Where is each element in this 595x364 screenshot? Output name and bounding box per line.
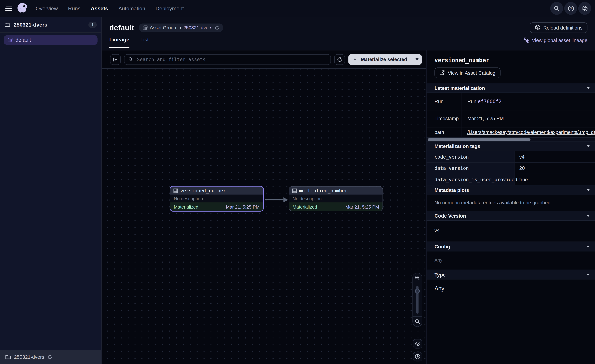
tab-list[interactable]: List [140,36,149,47]
materialization-tags-table: code_version v4 data_version 20 data_ver… [426,151,595,185]
table-row: data_version_is_user_provided true [426,174,595,185]
nav-item-overview[interactable]: Overview [36,5,58,11]
section-code-version[interactable]: Code Version [426,211,595,221]
gear-icon [581,5,588,12]
tag-key: data_version [426,162,515,174]
nav-item-runs[interactable]: Runs [68,5,80,11]
lineage-canvas[interactable]: versioned_number No description Material… [102,69,426,364]
nav-item-assets[interactable]: Assets [91,5,108,11]
tag-key: data_version_is_user_provided [426,174,515,185]
asset-search-box[interactable] [124,54,331,65]
view-global-asset-lineage-link[interactable]: View global asset lineage [524,37,588,43]
panel-expand-icon [113,57,118,62]
row-key: path [426,127,461,137]
stage: Overview Runs Assets Automation Deployme… [0,0,595,364]
nav-item-automation[interactable]: Automation [118,5,145,11]
section-type[interactable]: Type [426,270,595,280]
section-label: Materialization tags [434,143,480,149]
section-label: Latest materialization [434,85,485,91]
asset-node-versioned-number[interactable]: versioned_number No description Material… [170,186,264,211]
collapse-caret-icon [587,189,590,191]
table-row: Timestamp Mar 21, 5:25 PM [426,110,595,127]
panel-asset-title: versioned_number [426,50,595,64]
asset-name: multiplied_number [299,188,348,193]
section-materialization-tags[interactable]: Materialization tags [426,141,595,151]
settings-button[interactable] [578,2,591,15]
tag-value: 20 [515,162,595,174]
zoom-out-button[interactable] [413,317,422,327]
svg-text:?: ? [570,6,572,10]
row-value: /Users/smackesey/stm/code/elementl/exper… [461,127,595,137]
scrollbar-thumb[interactable] [428,138,531,140]
row-key: Timestamp [426,110,461,127]
section-label: Code Version [434,213,466,218]
hamburger-menu-icon[interactable] [5,6,12,11]
search-button[interactable] [550,2,563,15]
tag-key: code_version [426,151,515,162]
metadata-plots-empty-message: No numeric metadata entries available to… [426,195,595,211]
view-in-catalog-label: View in Asset Catalog [448,70,496,76]
search-input[interactable] [136,56,326,63]
materialized-status: Materialized [292,204,317,210]
zoom-slider-thumb[interactable] [415,288,420,294]
graph-toolbar: Materialize selected [102,50,426,69]
badge-repo-link[interactable]: 250321-dvers [183,25,212,30]
row-key: Run [426,93,461,110]
reload-repo-icon[interactable] [47,355,52,360]
table-icon [292,188,297,193]
dagster-logo[interactable] [16,2,29,15]
reload-definitions-label: Reload definitions [543,25,582,30]
asset-group-icon [142,25,148,30]
reload-cube-icon [534,25,541,31]
view-in-asset-catalog-button[interactable]: View in Asset Catalog [434,68,500,78]
download-icon [415,354,420,359]
gear-icon [415,341,420,347]
collapse-caret-icon [587,245,590,247]
materialize-selected-button[interactable]: Materialize selected [348,54,422,65]
sidebar-repo-row[interactable]: 250321-dvers 1 [0,17,101,33]
lineage-graph-area: Materialize selected versioned_number No… [102,50,426,364]
sidebar-footer-repo[interactable]: 250321-dvers [0,350,101,364]
code-version-value: v4 [426,221,595,242]
table-row: code_version v4 [426,151,595,162]
repo-asset-count-badge: 1 [88,21,97,28]
section-metadata-plots[interactable]: Metadata plots [426,185,595,195]
section-latest-materialization[interactable]: Latest materialization [426,83,595,93]
nav-item-deployment[interactable]: Deployment [156,5,184,11]
tab-lineage[interactable]: Lineage [109,36,129,47]
collapse-caret-icon [587,87,590,89]
zoom-in-icon [415,275,420,280]
row-value: Mar 21, 5:25 PM [461,110,595,127]
refresh-graph-button[interactable] [334,54,345,65]
sync-icon [337,57,342,62]
group-name: default [16,37,31,43]
search-icon [553,5,560,11]
graph-zoom-controls [412,273,422,361]
nav-right-actions: ? [550,2,595,15]
collapse-caret-icon [587,273,590,275]
sidebar-item-default-group[interactable]: default [4,35,98,45]
horizontal-scrollbar [426,138,595,141]
asset-node-multiplied-number[interactable]: multiplied_number No description Materia… [289,186,383,211]
folder-icon [5,22,10,27]
sync-icon[interactable] [215,25,219,30]
table-row: Run Run ef7800f2 [426,93,595,110]
run-id-link[interactable]: ef7800f2 [478,98,502,104]
collapse-caret-icon [587,145,590,147]
path-link[interactable]: /Users/smackesey/stm/code/elementl/exper… [467,129,595,135]
latest-materialization-table: Run Run ef7800f2 Timestamp Mar 21, 5:25 … [426,93,595,138]
download-graph-button[interactable] [413,352,422,362]
materialize-dropdown-button[interactable] [412,54,422,65]
primary-nav: Overview Runs Assets Automation Deployme… [36,5,184,11]
section-config[interactable]: Config [426,242,595,251]
reload-definitions-button[interactable]: Reload definitions [530,22,588,33]
help-button[interactable]: ? [564,2,577,15]
collapse-caret-icon [587,215,590,217]
tag-value: v4 [515,151,595,162]
zoom-in-button[interactable] [413,273,422,283]
asset-description: No description [292,196,322,201]
section-label: Metadata plots [434,187,469,193]
graph-settings-button[interactable] [413,339,422,349]
zoom-slider[interactable] [413,283,422,316]
toggle-asset-list-panel-button[interactable] [110,54,121,65]
